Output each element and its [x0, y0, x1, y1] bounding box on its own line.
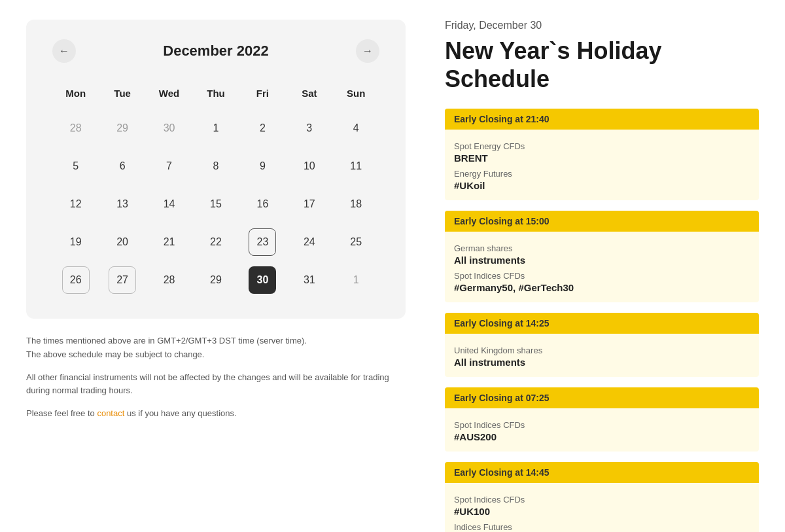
day-cell[interactable]: 3: [296, 115, 323, 142]
table-row: 28: [146, 261, 192, 299]
table-row: 30: [146, 109, 192, 147]
schedule-item: United Kingdom sharesAll instruments: [454, 346, 750, 368]
date-label: Friday, December 30: [445, 20, 759, 31]
weekday-header: Thu: [192, 82, 239, 109]
schedule-sections: Early Closing at 21:40Spot Energy CFDsBR…: [445, 109, 759, 532]
day-cell[interactable]: 18: [342, 190, 370, 218]
day-cell[interactable]: 15: [202, 190, 230, 218]
schedule-item: Indices Futures#UK100: [454, 522, 750, 532]
day-cell[interactable]: 4: [342, 115, 370, 142]
weekday-header: Sat: [286, 82, 332, 109]
day-cell[interactable]: 29: [202, 266, 230, 294]
table-row: 18: [333, 185, 379, 223]
table-row: 15: [192, 185, 239, 223]
schedule-card: Early Closing at 21:40Spot Energy CFDsBR…: [445, 109, 759, 200]
calendar-container: ← December 2022 → MonTueWedThuFriSatSun …: [26, 20, 406, 319]
weekday-header: Wed: [146, 82, 192, 109]
table-row: 23: [239, 223, 286, 261]
schedule-item-name: BRENT: [454, 152, 750, 164]
schedule-card-body: German sharesAll instrumentsSpot Indices…: [445, 232, 759, 302]
table-row: 2: [239, 109, 286, 147]
footer-line2: The above schedule may be subject to cha…: [26, 349, 204, 359]
day-cell[interactable]: 29: [109, 115, 136, 142]
footer-text: The times mentioned above are in GMT+2/G…: [26, 334, 406, 421]
table-row: 11: [333, 147, 379, 185]
table-row: 16: [239, 185, 286, 223]
table-row: 28: [52, 109, 99, 147]
weekday-header: Sun: [333, 82, 379, 109]
day-cell[interactable]: 28: [156, 266, 183, 294]
day-cell[interactable]: 7: [156, 152, 183, 180]
schedule-card-header: Early Closing at 15:00: [445, 211, 759, 232]
table-row: 27: [99, 261, 145, 299]
schedule-item-category: Spot Indices CFDs: [454, 495, 750, 505]
weekday-header: Fri: [239, 82, 286, 109]
day-cell[interactable]: 28: [62, 115, 90, 142]
table-row: 7: [146, 147, 192, 185]
day-cell[interactable]: 2: [249, 115, 276, 142]
schedule-item: Spot Indices CFDs#AUS200: [454, 420, 750, 442]
day-cell[interactable]: 12: [62, 190, 90, 218]
table-row: 25: [333, 223, 379, 261]
prev-month-button[interactable]: ←: [52, 39, 76, 63]
schedule-item: Energy Futures#UKoil: [454, 169, 750, 191]
holiday-title: New Year`s Holiday Schedule: [445, 37, 759, 93]
day-cell[interactable]: 16: [249, 190, 276, 218]
schedule-card: Early Closing at 15:00German sharesAll i…: [445, 211, 759, 302]
schedule-item-category: German shares: [454, 243, 750, 253]
day-cell[interactable]: 1: [342, 266, 370, 294]
schedule-card-body: United Kingdom sharesAll instruments: [445, 334, 759, 377]
day-cell[interactable]: 1: [202, 115, 230, 142]
day-cell[interactable]: 26: [62, 266, 90, 294]
next-month-button[interactable]: →: [356, 39, 379, 63]
table-row: 30: [239, 261, 286, 299]
schedule-item-category: United Kingdom shares: [454, 346, 750, 355]
schedule-card: Early Closing at 07:25Spot Indices CFDs#…: [445, 387, 759, 452]
schedule-item-name: #UKoil: [454, 180, 750, 191]
day-cell[interactable]: 24: [296, 228, 323, 256]
schedule-item-category: Energy Futures: [454, 169, 750, 179]
schedule-item-name: #UK100: [454, 506, 750, 517]
day-cell[interactable]: 25: [342, 228, 370, 256]
schedule-item-name: #AUS200: [454, 431, 750, 442]
table-row: 4: [333, 109, 379, 147]
day-cell[interactable]: 20: [109, 228, 136, 256]
schedule-item-name: #Germany50, #GerTech30: [454, 282, 750, 293]
table-row: 8: [192, 147, 239, 185]
day-cell[interactable]: 6: [109, 152, 136, 180]
schedule-card-body: Spot Energy CFDsBRENTEnergy Futures#UKoi…: [445, 130, 759, 200]
schedule-item-name: All instruments: [454, 357, 750, 368]
table-row: 13: [99, 185, 145, 223]
day-cell[interactable]: 22: [202, 228, 230, 256]
schedule-card-header: Early Closing at 21:40: [445, 109, 759, 130]
day-cell[interactable]: 30: [156, 115, 183, 142]
footer-line1: The times mentioned above are in GMT+2/G…: [26, 336, 307, 346]
schedule-card-header: Early Closing at 14:25: [445, 313, 759, 334]
day-cell[interactable]: 27: [109, 266, 136, 294]
day-cell[interactable]: 5: [62, 152, 90, 180]
day-cell[interactable]: 8: [202, 152, 230, 180]
contact-link[interactable]: contact: [97, 408, 124, 418]
day-cell[interactable]: 11: [342, 152, 370, 180]
day-cell[interactable]: 9: [249, 152, 276, 180]
day-cell[interactable]: 19: [62, 228, 90, 256]
day-cell[interactable]: 10: [296, 152, 323, 180]
schedule-card-header: Early Closing at 07:25: [445, 387, 759, 408]
calendar-title: December 2022: [163, 43, 268, 60]
day-cell[interactable]: 31: [296, 266, 323, 294]
day-cell[interactable]: 21: [156, 228, 183, 256]
schedule-card: Early Closing at 14:25United Kingdom sha…: [445, 313, 759, 377]
schedule-card: Early Closing at 14:45Spot Indices CFDs#…: [445, 462, 759, 532]
table-row: 22: [192, 223, 239, 261]
right-panel: Friday, December 30 New Year`s Holiday S…: [445, 20, 759, 532]
schedule-item: Spot Energy CFDsBRENT: [454, 141, 750, 164]
day-cell[interactable]: 17: [296, 190, 323, 218]
schedule-item: Spot Indices CFDs#Germany50, #GerTech30: [454, 271, 750, 293]
day-cell[interactable]: 14: [156, 190, 183, 218]
calendar-header: ← December 2022 →: [52, 39, 379, 63]
table-row: 12: [52, 185, 99, 223]
day-cell[interactable]: 13: [109, 190, 136, 218]
day-cell[interactable]: 30: [249, 266, 276, 294]
table-row: 21: [146, 223, 192, 261]
day-cell[interactable]: 23: [249, 228, 276, 256]
